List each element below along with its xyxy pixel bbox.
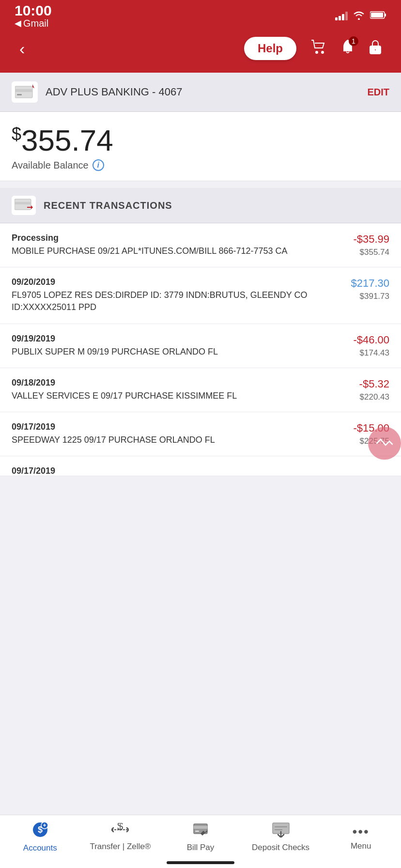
status-time: 10:00 bbox=[15, 3, 52, 18]
transaction-description: PUBLIX SUPER M 09/19 PURCHASE ORLANDO FL bbox=[12, 346, 328, 358]
transaction-right: $217.30 $391.73 bbox=[336, 277, 389, 301]
bottom-nav-accounts[interactable]: $ + Accounts bbox=[0, 822, 80, 853]
svg-point-3 bbox=[316, 51, 318, 53]
accounts-label: Accounts bbox=[23, 843, 57, 853]
balance-amount: $355.74 bbox=[12, 125, 389, 155]
home-indicator bbox=[167, 861, 234, 864]
transaction-left: Processing MOBILE PURCHASE 09/21 APL*ITU… bbox=[12, 233, 336, 257]
account-header: ADV PLUS BANKING - 4067 EDIT bbox=[0, 73, 401, 112]
transaction-amount: -$35.99 bbox=[336, 233, 389, 246]
account-edit-button[interactable]: EDIT bbox=[367, 87, 389, 98]
transaction-amount: -$5.32 bbox=[336, 378, 389, 390]
transaction-item[interactable]: Processing MOBILE PURCHASE 09/21 APL*ITU… bbox=[0, 223, 401, 267]
available-balance-text: Available Balance bbox=[12, 160, 89, 171]
transaction-left: 09/18/2019 VALLEY SERVICES E 09/17 PURCH… bbox=[12, 378, 336, 402]
transfer-label: Transfer | Zelle® bbox=[90, 842, 151, 852]
nav-center: Help 1 bbox=[244, 37, 382, 60]
transaction-item[interactable]: 09/20/2019 FL9705 LOPEZ RES DES:DIRDEP I… bbox=[0, 267, 401, 324]
floating-notification[interactable] bbox=[368, 427, 401, 460]
dollar-sign: $ bbox=[12, 124, 21, 144]
notification-badge: 1 bbox=[349, 36, 358, 46]
bottom-nav-billpay[interactable]: Bill Pay bbox=[160, 822, 241, 852]
menu-icon: ••• bbox=[352, 824, 369, 839]
svg-point-4 bbox=[322, 51, 324, 53]
transaction-date: 09/17/2019 bbox=[12, 422, 328, 432]
status-left: 10:00 ◀ Gmail bbox=[15, 3, 52, 29]
svg-rect-2 bbox=[371, 13, 383, 17]
transfer-icon: $ bbox=[111, 823, 129, 840]
transaction-date: 09/18/2019 bbox=[12, 378, 328, 388]
svg-point-6 bbox=[374, 49, 376, 51]
cart-icon[interactable] bbox=[311, 40, 326, 58]
transactions-title: RECENT TRANSACTIONS bbox=[44, 200, 172, 211]
transaction-item[interactable]: 09/19/2019 PUBLIX SUPER M 09/19 PURCHASE… bbox=[0, 324, 401, 368]
bottom-nav-deposit[interactable]: Deposit Checks bbox=[241, 822, 321, 852]
transaction-balance: $174.43 bbox=[336, 348, 389, 358]
svg-rect-20 bbox=[195, 831, 199, 832]
transaction-item[interactable]: 09/17/2019 bbox=[0, 456, 401, 476]
deposit-label: Deposit Checks bbox=[252, 843, 309, 852]
svg-text:+: + bbox=[43, 822, 46, 829]
balance-value: 355.74 bbox=[21, 124, 113, 157]
bottom-nav-transfer[interactable]: $ Transfer | Zelle® bbox=[80, 823, 161, 852]
deposit-icon bbox=[272, 822, 290, 841]
transaction-date: 09/17/2019 bbox=[12, 466, 382, 476]
transactions-list: Processing MOBILE PURCHASE 09/21 APL*ITU… bbox=[0, 223, 401, 476]
transaction-balance: $220.43 bbox=[336, 392, 389, 402]
transaction-description: FL9705 LOPEZ RES DES:DIRDEP ID: 3779 IND… bbox=[12, 289, 328, 313]
balance-info-icon[interactable]: i bbox=[93, 159, 104, 171]
transaction-amount: $217.30 bbox=[336, 277, 389, 290]
svg-rect-11 bbox=[15, 202, 31, 204]
transaction-date: Processing bbox=[12, 233, 328, 243]
transaction-right: -$15.00 $225.75 bbox=[336, 422, 389, 446]
transaction-item[interactable]: 09/18/2019 VALLEY SERVICES E 09/17 PURCH… bbox=[0, 368, 401, 412]
svg-text:$: $ bbox=[117, 823, 123, 832]
svg-rect-9 bbox=[17, 94, 22, 95]
transaction-date: 09/20/2019 bbox=[12, 277, 328, 287]
balance-label: Available Balance i bbox=[12, 159, 389, 171]
lock-icon[interactable] bbox=[369, 39, 382, 58]
transaction-left: 09/19/2019 PUBLIX SUPER M 09/19 PURCHASE… bbox=[12, 334, 336, 358]
transaction-left: 09/17/2019 bbox=[12, 466, 389, 476]
nav-bar: ‹ Help 1 bbox=[0, 29, 401, 73]
account-icon bbox=[12, 81, 38, 103]
transaction-left: 09/17/2019 SPEEDWAY 1225 09/17 PURCHASE … bbox=[12, 422, 336, 446]
transaction-amount: -$46.00 bbox=[336, 334, 389, 346]
balance-section: $355.74 Available Balance i bbox=[0, 112, 401, 181]
transaction-right: -$46.00 $174.43 bbox=[336, 334, 389, 358]
status-bar: 10:00 ◀ Gmail bbox=[0, 0, 401, 29]
transaction-right: -$5.32 $220.43 bbox=[336, 378, 389, 402]
status-carrier: ◀ Gmail bbox=[15, 18, 52, 29]
transaction-balance: $355.74 bbox=[336, 248, 389, 257]
back-button[interactable]: ‹ bbox=[19, 39, 25, 58]
transaction-description: MOBILE PURCHASE 09/21 APL*ITUNES.COM/BIL… bbox=[12, 245, 328, 257]
menu-label: Menu bbox=[351, 841, 371, 851]
bottom-nav: $ + Accounts $ Transfer | Zelle® bbox=[0, 815, 401, 868]
transaction-description: SPEEDWAY 1225 09/17 PURCHASE ORLANDO FL bbox=[12, 434, 328, 446]
svg-rect-1 bbox=[385, 14, 386, 16]
billpay-icon bbox=[192, 822, 209, 841]
transactions-icon bbox=[12, 196, 36, 215]
transaction-description: VALLEY SERVICES E 09/17 PURCHASE KISSIMM… bbox=[12, 390, 328, 402]
status-icons bbox=[335, 10, 386, 22]
notification-icon[interactable]: 1 bbox=[341, 39, 355, 58]
transaction-item[interactable]: 09/17/2019 SPEEDWAY 1225 09/17 PURCHASE … bbox=[0, 412, 401, 456]
wifi-icon bbox=[353, 10, 365, 22]
signal-icon bbox=[335, 12, 348, 20]
transaction-date: 09/19/2019 bbox=[12, 334, 328, 344]
accounts-icon: $ + bbox=[32, 822, 48, 841]
bottom-nav-menu[interactable]: ••• Menu bbox=[321, 824, 401, 851]
help-button[interactable]: Help bbox=[244, 37, 296, 60]
svg-rect-8 bbox=[15, 89, 32, 92]
transactions-header: RECENT TRANSACTIONS bbox=[0, 188, 401, 223]
transaction-left: 09/20/2019 FL9705 LOPEZ RES DES:DIRDEP I… bbox=[12, 277, 336, 313]
billpay-label: Bill Pay bbox=[187, 843, 215, 852]
battery-icon bbox=[370, 11, 386, 22]
carrier-back-arrow: ◀ bbox=[15, 18, 21, 29]
carrier-name: Gmail bbox=[23, 18, 48, 29]
transaction-balance: $391.73 bbox=[336, 292, 389, 301]
svg-rect-19 bbox=[194, 826, 207, 829]
account-name: ADV PLUS BANKING - 4067 bbox=[46, 86, 359, 98]
transaction-right: -$35.99 $355.74 bbox=[336, 233, 389, 257]
